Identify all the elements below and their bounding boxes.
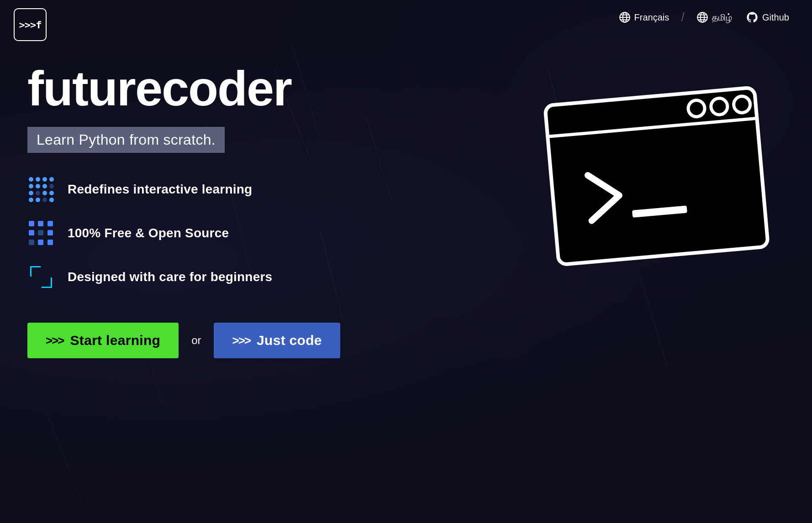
feature-beginners-label: Designed with care for beginners: [68, 270, 272, 284]
subtitle-box: Learn Python from scratch.: [27, 127, 225, 153]
interactive-icon: [27, 176, 55, 203]
logo-text: >>>f: [19, 19, 42, 31]
cta-row: >>> Start learning or >>> Just code: [27, 323, 340, 358]
code-label: Just code: [257, 333, 322, 348]
terminal-illustration: [539, 73, 784, 283]
just-code-button[interactable]: >>> Just code: [214, 323, 340, 358]
logo[interactable]: >>>f: [14, 8, 47, 41]
navbar: >>>f Français / தமிழ் Github: [0, 0, 812, 35]
free-icon: [27, 220, 55, 247]
tamil-label: தமிழ்: [712, 12, 732, 23]
code-arrows: >>>: [232, 334, 250, 348]
nav-divider: /: [681, 10, 685, 25]
tamil-language-link[interactable]: தமிழ்: [692, 9, 737, 26]
main-content: futurecoder Learn Python from scratch.: [27, 64, 340, 358]
svg-line-7: [365, 114, 393, 205]
feature-interactive-label: Redefines interactive learning: [68, 182, 252, 197]
or-separator: or: [191, 334, 201, 347]
github-label: Github: [762, 12, 789, 23]
features-list: Redefines interactive learning 100% Free…: [27, 176, 340, 291]
beginners-icon: [27, 263, 55, 291]
subtitle-text: Learn Python from scratch.: [37, 131, 216, 148]
start-arrows: >>>: [46, 334, 64, 348]
french-language-link[interactable]: Français: [614, 9, 674, 26]
feature-free-label: 100% Free & Open Source: [68, 226, 229, 241]
start-label: Start learning: [70, 333, 161, 348]
globe-icon-tamil: [696, 11, 708, 23]
feature-interactive: Redefines interactive learning: [27, 176, 340, 203]
start-learning-button[interactable]: >>> Start learning: [27, 323, 179, 358]
terminal-svg: [539, 73, 784, 283]
bracket-decorative: [28, 264, 54, 290]
feature-free: 100% Free & Open Source: [27, 220, 340, 247]
french-label: Français: [634, 12, 670, 23]
github-icon: [746, 11, 759, 24]
svg-line-6: [46, 411, 82, 502]
feature-beginners: Designed with care for beginners: [27, 263, 340, 291]
github-link[interactable]: Github: [741, 8, 794, 26]
brand-title: futurecoder: [27, 64, 340, 113]
globe-icon-french: [619, 11, 631, 23]
svg-line-4: [639, 274, 667, 365]
svg-rect-20: [545, 88, 768, 265]
